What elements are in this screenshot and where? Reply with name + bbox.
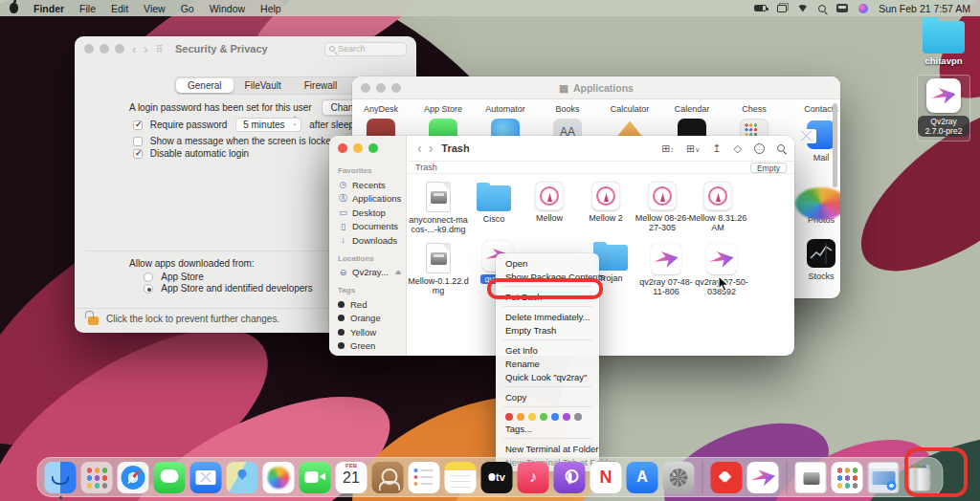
menu-item-get-info[interactable]: Get Info: [496, 343, 599, 357]
tab-firewall[interactable]: Firewall: [293, 78, 348, 93]
menu-item-copy[interactable]: Copy: [496, 390, 599, 403]
show-all-grid-icon[interactable]: ⠿: [156, 44, 164, 54]
tab-general[interactable]: General: [176, 78, 234, 93]
show-message-checkbox[interactable]: [133, 137, 143, 146]
tag-color-blue[interactable]: [551, 413, 559, 421]
dock-podcasts[interactable]: [554, 462, 586, 493]
sidebar-tag-yellow[interactable]: Yellow: [338, 325, 406, 339]
menu-item-rename[interactable]: Rename: [496, 357, 599, 370]
icon-view-icon[interactable]: ⊞↕: [661, 142, 674, 155]
dock-mail[interactable]: [190, 462, 222, 493]
dock-news[interactable]: N: [590, 462, 622, 493]
dock-qv2ray[interactable]: [747, 462, 779, 493]
dock-app-store[interactable]: A: [627, 462, 658, 493]
dock-reminders[interactable]: [409, 462, 440, 493]
input-source-icon[interactable]: [836, 4, 848, 12]
menu-item-open[interactable]: Open: [496, 256, 599, 270]
dock-finder[interactable]: [45, 462, 77, 493]
menu-view[interactable]: View: [144, 3, 166, 14]
tag-color-purple[interactable]: [563, 413, 570, 421]
empty-trash-button[interactable]: Empty: [750, 163, 787, 173]
menu-item-delete-immediately[interactable]: Delete Immediately...: [496, 310, 599, 323]
window-controls[interactable]: [84, 44, 124, 54]
sidebar-item-downloads[interactable]: ↓Downloads: [338, 233, 406, 248]
sidebar-tag-orange[interactable]: Orange: [338, 312, 406, 326]
trash-item[interactable]: qv2ray 07-48-11-806: [635, 244, 697, 297]
trash-item[interactable]: Mellow: [519, 182, 580, 223]
tag-color-orange[interactable]: [517, 413, 524, 421]
menu-finder[interactable]: Finder: [33, 3, 64, 14]
scrollbar[interactable]: [833, 103, 837, 187]
tag-color-yellow[interactable]: [528, 413, 536, 421]
menu-go[interactable]: Go: [181, 3, 194, 14]
close-button[interactable]: [84, 44, 94, 54]
back-icon[interactable]: ‹: [132, 42, 136, 56]
trash-item[interactable]: Mellow 8.31.26 AM: [687, 182, 748, 233]
forward-icon[interactable]: ›: [429, 141, 434, 156]
desktop-icon-qv2ray[interactable]: Qv2ray 2.7.0-pre2: [917, 75, 970, 142]
menu-window[interactable]: Window: [210, 3, 245, 14]
group-by-icon[interactable]: ⊞∨: [686, 142, 700, 155]
tag-color-gray[interactable]: [574, 413, 582, 421]
menu-bar-clock[interactable]: Sun Feb 21 7:57 AM: [879, 3, 970, 14]
dock-launchpad[interactable]: [81, 462, 113, 493]
sidebar-item-desktop[interactable]: ▭Desktop: [338, 206, 406, 220]
zoom-button[interactable]: [115, 44, 124, 54]
desktop-icon-chitavpn[interactable]: chitavpn: [917, 21, 970, 66]
dock-notes[interactable]: [445, 462, 477, 493]
dock-calendar[interactable]: FEB 21: [336, 462, 368, 493]
tags-icon[interactable]: ◇: [734, 142, 742, 155]
dock-photos[interactable]: [263, 462, 295, 493]
interval-dropdown[interactable]: 5 minutes: [235, 118, 301, 132]
tab-filevault[interactable]: FileVault: [234, 78, 293, 93]
sidebar-tag-blue[interactable]: Blue: [338, 353, 406, 356]
sidebar-item-applications[interactable]: ⒶApplications: [338, 192, 406, 207]
eject-icon[interactable]: ⏏: [395, 269, 402, 276]
dock-maps[interactable]: [227, 462, 258, 493]
menu-item-empty-trash[interactable]: Empty Trash: [496, 323, 599, 337]
apple-menu-icon[interactable]: [10, 3, 18, 13]
close-button[interactable]: [338, 143, 347, 153]
search-icon[interactable]: [777, 144, 785, 152]
menu-help[interactable]: Help: [260, 3, 281, 14]
trash-item[interactable]: anyconnect-macos-...-k9.dmg: [408, 182, 469, 235]
minimize-button[interactable]: [353, 143, 363, 153]
more-actions-icon[interactable]: …: [754, 143, 765, 154]
window-controls[interactable]: [338, 143, 406, 153]
screen-mirroring-icon[interactable]: [777, 5, 787, 12]
dock-tv[interactable]: tv: [481, 462, 513, 493]
tag-color-green[interactable]: [540, 413, 547, 421]
share-icon[interactable]: ↥: [712, 142, 721, 155]
sidebar-item-recents[interactable]: ◷Recents: [338, 178, 406, 192]
menu-file[interactable]: File: [79, 3, 96, 14]
sidebar-item-documents[interactable]: ▯Documents: [338, 220, 406, 234]
trash-item[interactable]: Mellow 08-26-27-305: [632, 182, 693, 233]
sidebar-tag-green[interactable]: Green: [338, 339, 406, 354]
disable-auto-login-checkbox[interactable]: [133, 149, 143, 159]
back-icon[interactable]: ‹: [417, 141, 422, 156]
menu-item-quick-look[interactable]: Quick Look "qv2ray": [496, 370, 599, 383]
app-store-radio[interactable]: [144, 272, 153, 282]
menu-item-new-terminal[interactable]: New Terminal at Folder: [496, 442, 599, 455]
dock-contacts[interactable]: [372, 462, 404, 493]
unlock-icon[interactable]: [88, 316, 99, 325]
zoom-button[interactable]: [368, 143, 378, 153]
dock-facetime[interactable]: [300, 462, 331, 493]
battery-icon[interactable]: [754, 5, 767, 11]
menu-edit[interactable]: Edit: [111, 3, 128, 14]
tag-color-red[interactable]: [505, 413, 513, 421]
app-item-photos[interactable]: Photos: [791, 183, 840, 225]
require-password-checkbox[interactable]: [133, 120, 143, 130]
identified-developers-radio[interactable]: [144, 284, 153, 294]
sidebar-item-qv2ray-volume[interactable]: ⊖Qv2ray...⏏: [338, 266, 406, 280]
siri-icon[interactable]: [858, 4, 868, 13]
sidebar-tag-red[interactable]: Red: [338, 297, 406, 312]
dock-anydesk[interactable]: [711, 462, 743, 493]
dock-system-preferences[interactable]: [663, 462, 695, 493]
dock-disk-image[interactable]: [795, 462, 827, 493]
spotlight-icon[interactable]: [818, 5, 826, 12]
search-field[interactable]: Search: [324, 42, 407, 56]
minimize-button[interactable]: [100, 44, 109, 54]
dock-safari[interactable]: [118, 462, 149, 493]
dock-messages[interactable]: [154, 462, 186, 493]
